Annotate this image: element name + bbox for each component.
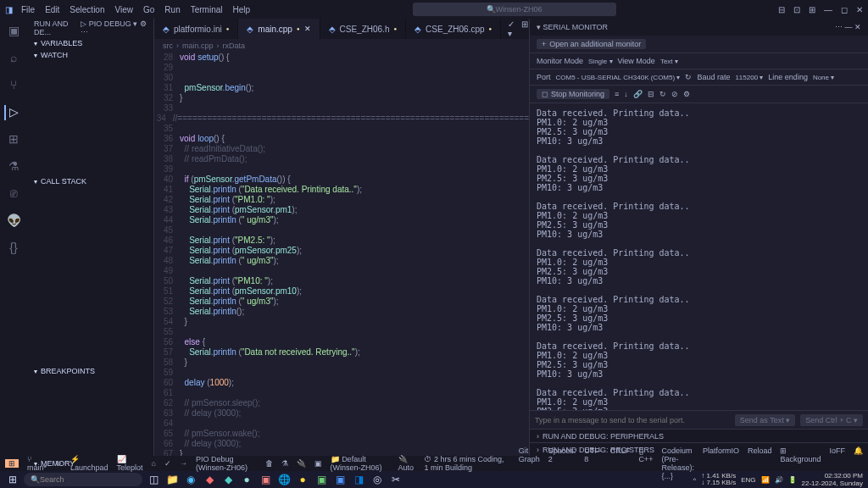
- clock-time[interactable]: 02:32:00 PM: [825, 472, 863, 480]
- menu-terminal[interactable]: Terminal: [191, 5, 223, 14]
- explorer-icon[interactable]: ▣: [6, 24, 21, 39]
- tool-icon[interactable]: ⊟: [648, 90, 654, 98]
- section-watch[interactable]: WATCH: [27, 49, 153, 61]
- test-icon[interactable]: ⚗: [6, 159, 21, 175]
- explorer-icon[interactable]: 📁: [164, 472, 180, 487]
- edge-icon[interactable]: ◉: [183, 472, 198, 487]
- menu-view[interactable]: View: [115, 5, 134, 14]
- task-view-icon[interactable]: ◫: [146, 472, 161, 487]
- vscode-icon[interactable]: ◨: [351, 472, 366, 487]
- baud-select[interactable]: 115200 ▾: [735, 74, 763, 81]
- pio-port[interactable]: 🔌 Auto: [398, 455, 416, 472]
- minimize-icon[interactable]: —: [824, 5, 832, 14]
- search-icon[interactable]: ⌕: [6, 51, 21, 66]
- wakatime[interactable]: ⏱ 2 hrs 6 mins Coding, 1 min Building: [424, 455, 509, 472]
- section-breakpoints[interactable]: BREAKPOINTS: [27, 365, 153, 377]
- app-icon[interactable]: ▣: [314, 472, 329, 487]
- pio-build-icon[interactable]: ✓: [164, 459, 171, 468]
- app-icon[interactable]: ◎: [370, 472, 385, 487]
- tab-CSE_ZH06.h[interactable]: ⬘ CSE_ZH06.h ●: [320, 19, 407, 39]
- command-center[interactable]: 🔍 Winsen-ZH06: [250, 3, 778, 16]
- app-icon[interactable]: ●: [295, 472, 310, 487]
- menu-run[interactable]: Run: [164, 5, 180, 14]
- language-mode[interactable]: {} C++: [638, 446, 653, 480]
- serial-input[interactable]: [535, 416, 730, 424]
- eol[interactable]: CRLF: [610, 446, 631, 480]
- teleplot[interactable]: 📈 Teleplot: [117, 455, 143, 472]
- split-icon[interactable]: ⊞: [521, 19, 528, 38]
- launchpad[interactable]: ⚡ Launchpad: [70, 455, 108, 472]
- open-additional-button[interactable]: + Open an additional monitor: [537, 39, 646, 49]
- system-tray[interactable]: ^ ↑ 1.41 KB/s ↓ 7.15 KB/s ENG 📶 🔊 🔋 02:3…: [693, 472, 863, 487]
- tool-icon[interactable]: ↻: [659, 90, 666, 98]
- serial-output[interactable]: Data received. Printing data.. PM1.0: 2 …: [530, 103, 868, 410]
- platformio-icon[interactable]: 👽: [6, 214, 21, 229]
- battery-icon[interactable]: 🔋: [788, 476, 797, 484]
- tab-main.cpp[interactable]: ⬘ main.cpp ● ✕: [238, 19, 320, 39]
- pio-clean-icon[interactable]: 🗑: [265, 459, 273, 468]
- maximize-icon[interactable]: ◻: [841, 5, 848, 14]
- menu-help[interactable]: Help: [233, 5, 251, 14]
- tool-icon[interactable]: 🔗: [633, 90, 643, 98]
- stop-monitoring-button[interactable]: ◻ Stop Monitoring: [537, 89, 609, 99]
- codeium-status[interactable]: Codeium (Pre-Release): {...}: [661, 446, 694, 480]
- peripherals-accordion[interactable]: › RUN AND DEBUG: PERIPHERALS: [530, 429, 868, 442]
- encoding[interactable]: UTF-8: [584, 446, 602, 480]
- app-icon[interactable]: ●: [239, 472, 254, 487]
- clock-date[interactable]: 22-12-2024, Sunday: [802, 480, 864, 487]
- layout-icon[interactable]: ⊡: [793, 5, 800, 14]
- section-variables[interactable]: VARIABLES: [27, 37, 153, 49]
- menu-selection[interactable]: Selection: [70, 5, 104, 14]
- pio-terminal-icon[interactable]: ▣: [314, 459, 322, 468]
- pio-home-icon[interactable]: ⌂: [152, 459, 156, 468]
- menu-file[interactable]: File: [21, 5, 35, 14]
- run-debug-icon[interactable]: ▷: [4, 105, 19, 120]
- app-icon[interactable]: ▣: [332, 472, 348, 487]
- extensions-icon[interactable]: ⊞: [6, 132, 21, 147]
- menu-go[interactable]: Go: [143, 5, 154, 14]
- clear-icon[interactable]: ⊘: [671, 90, 678, 98]
- app-icon[interactable]: ◆: [202, 472, 217, 487]
- volume-icon[interactable]: 🔊: [775, 476, 783, 484]
- panel-actions[interactable]: ⋯ — ✕: [835, 23, 861, 31]
- start-button[interactable]: ⊞: [5, 472, 20, 487]
- pio-upload-icon[interactable]: →: [180, 459, 187, 468]
- menu-edit[interactable]: Edit: [45, 5, 59, 14]
- settings-icon[interactable]: ⚙: [683, 90, 690, 98]
- send-text-button[interactable]: Send as Text ▾: [735, 414, 795, 426]
- run-icon[interactable]: ✓ ▾: [508, 19, 515, 38]
- app-icon[interactable]: ◆: [220, 472, 236, 487]
- pio-test-icon[interactable]: ⚗: [281, 459, 288, 468]
- chevron-up-icon[interactable]: ^: [693, 476, 696, 484]
- spaces[interactable]: Spaces: 2: [548, 446, 576, 480]
- app-icon[interactable]: ✂: [388, 472, 403, 487]
- git-branch[interactable]: ⑂ main*: [27, 455, 47, 472]
- debug-config[interactable]: PIO Debug (Winsen-ZH06): [196, 455, 257, 472]
- line-ending-select[interactable]: None ▾: [813, 74, 834, 81]
- wifi-icon[interactable]: 📶: [761, 476, 770, 484]
- tab-CSE_ZH06.cpp[interactable]: ⬘ CSE_ZH06.cpp ●: [406, 19, 501, 39]
- layout-icon[interactable]: ⊟: [778, 5, 785, 14]
- pio-env[interactable]: 📁 Default (Winsen-ZH06): [331, 455, 390, 472]
- lang-indicator[interactable]: ENG: [741, 476, 755, 484]
- send-ctrl-button[interactable]: Send Ctrl + C ▾: [800, 414, 863, 426]
- taskbar-search[interactable]: 🔍 Search: [24, 473, 142, 486]
- monitor-mode-select[interactable]: Single ▾: [588, 58, 612, 65]
- tab-platformio.ini[interactable]: ⬘ platformio.ini ●: [154, 19, 238, 39]
- section-call-stack[interactable]: CALL STACK: [27, 175, 153, 187]
- app-icon[interactable]: ▣: [258, 472, 273, 487]
- layout-icon[interactable]: ⊞: [809, 5, 815, 14]
- tool-icon[interactable]: ↓: [624, 90, 628, 98]
- port-select[interactable]: COM5 - USB-SERIAL CH340K (COM5) ▾: [556, 74, 681, 81]
- code-editor[interactable]: 28void setup() {293031 pmSensor.begin();…: [154, 53, 529, 456]
- close-icon[interactable]: ✕: [856, 5, 863, 14]
- chrome-icon[interactable]: 🌐: [276, 472, 292, 487]
- breadcrumb[interactable]: src › main.cpp › rxData: [154, 39, 529, 53]
- scm-icon[interactable]: ⑂: [6, 78, 21, 93]
- sync-button[interactable]: ↻: [55, 459, 62, 468]
- pio-monitor-icon[interactable]: 🔌: [297, 459, 306, 468]
- tool-icon[interactable]: ≡: [615, 90, 619, 98]
- remote-indicator[interactable]: ⊞: [5, 459, 19, 468]
- remote-icon[interactable]: ⎚: [6, 186, 21, 202]
- view-mode-select[interactable]: Text ▾: [660, 58, 678, 65]
